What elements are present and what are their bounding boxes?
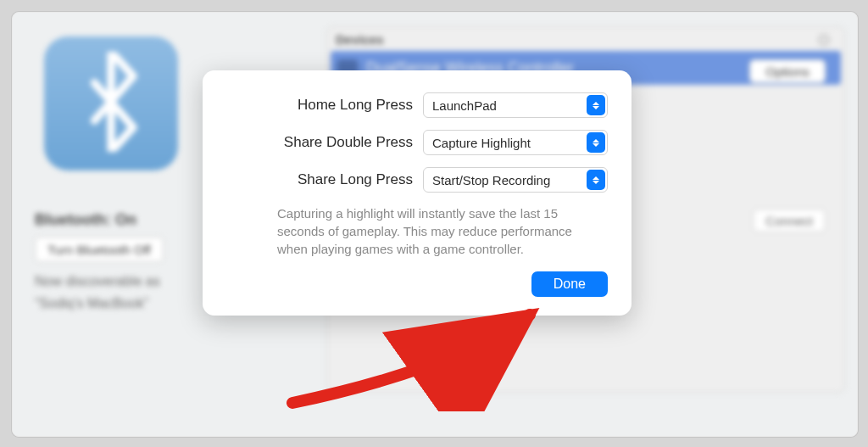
select-value: LaunchPad: [432, 98, 497, 113]
scanning-spinner-icon: [817, 33, 831, 47]
controller-options-popover: Home Long Press LaunchPad Share Double P…: [203, 70, 632, 316]
svg-line-7: [826, 36, 828, 37]
option-row-home-long-press: Home Long Press LaunchPad: [226, 92, 608, 118]
done-button[interactable]: Done: [531, 271, 608, 297]
select-stepper-icon: [587, 95, 605, 115]
svg-line-6: [820, 42, 821, 44]
share-double-press-select[interactable]: Capture Highlight: [423, 130, 608, 155]
svg-line-5: [826, 42, 828, 44]
options-button[interactable]: Options: [749, 59, 826, 83]
discoverable-line-2: “Sodiq’s MacBook”: [35, 296, 148, 311]
discoverable-line-1: Now discoverable as: [35, 274, 160, 289]
home-long-press-select[interactable]: LaunchPad: [423, 92, 608, 118]
options-button-label: Options: [765, 64, 810, 79]
option-row-share-double-press: Share Double Press Capture Highlight: [226, 130, 608, 155]
done-button-label: Done: [554, 277, 586, 291]
select-stepper-icon: [587, 132, 605, 153]
done-row: Done: [226, 271, 608, 297]
share-long-press-select[interactable]: Start/Stop Recording: [423, 167, 608, 193]
svg-line-4: [820, 36, 821, 37]
option-row-share-long-press: Share Long Press Start/Stop Recording: [226, 167, 608, 193]
bluetooth-icon: [75, 52, 147, 155]
options-help-text: Capturing a highlight will instantly sav…: [277, 204, 599, 258]
bluetooth-status-label: Bluetooth: On: [35, 211, 136, 229]
option-label: Share Double Press: [226, 134, 423, 151]
option-label: Share Long Press: [226, 171, 423, 188]
select-value: Start/Stop Recording: [432, 173, 550, 187]
connect-button-label: Connect: [765, 214, 813, 228]
option-label: Home Long Press: [226, 97, 423, 114]
select-value: Capture Highlight: [432, 136, 531, 150]
connect-button[interactable]: Connect: [753, 209, 826, 232]
toggle-bluetooth-label: Turn Bluetooth Off: [47, 243, 151, 257]
bluetooth-icon-tile: [44, 36, 178, 170]
devices-header: Devices: [327, 27, 844, 51]
toggle-bluetooth-button[interactable]: Turn Bluetooth Off: [35, 237, 164, 262]
select-stepper-icon: [587, 170, 605, 190]
bluetooth-prefs-window: Bluetooth: On Turn Bluetooth Off Now dis…: [12, 12, 858, 437]
